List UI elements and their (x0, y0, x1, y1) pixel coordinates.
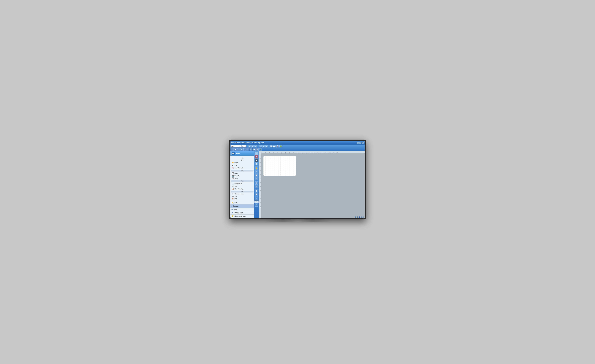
italic-button[interactable]: I (251, 145, 254, 147)
pencil-tool-button[interactable]: ✒ (234, 148, 237, 151)
log-out-item[interactable]: Log Out (231, 195, 254, 197)
grid-cell (281, 162, 283, 164)
ruler-v-mark: 5 (259, 170, 261, 174)
tool-3[interactable]: 📄 (255, 162, 258, 165)
rect-outline-button[interactable]: □ (243, 148, 246, 151)
bold-button[interactable]: B (248, 145, 251, 147)
grid-cell (289, 174, 291, 176)
page-setup-item[interactable]: 📄 Page Setup (231, 182, 254, 185)
canvas-area[interactable]: // Will be rendered below (261, 153, 365, 218)
tool-5[interactable]: ✂ (255, 170, 258, 173)
tool-4[interactable]: 🖐 (255, 166, 258, 170)
grid-cell (274, 168, 276, 170)
grid-cell (268, 162, 270, 164)
align-center-button[interactable]: ≡ (262, 145, 265, 147)
card-tool-button[interactable]: 🃏 (256, 148, 259, 151)
grid-cell (276, 174, 278, 176)
ruler-mark: 12 (305, 152, 309, 153)
grid-cell (268, 166, 270, 168)
tool-row[interactable]: ▬ (255, 185, 258, 188)
sidebar-item-view[interactable]: 👁 View (230, 208, 254, 211)
print-item[interactable]: 🖨 Print (231, 185, 254, 187)
green-button[interactable]: 🟢 (279, 145, 282, 147)
home-icon[interactable]: 🏠 (231, 152, 235, 155)
grid-cell (276, 168, 278, 170)
align-left-button[interactable]: ≡ (259, 145, 262, 147)
sidebar-item-edit[interactable]: ✏️ Edit (230, 201, 254, 205)
grid-cell (289, 170, 291, 172)
grid-cell (272, 174, 274, 176)
tool-color-red[interactable]: ■ (255, 155, 258, 158)
user-management-item[interactable]: User Management (231, 193, 254, 195)
text-tool-button[interactable]: T (247, 148, 249, 151)
grid-cell (272, 156, 274, 158)
ruler-mark: 4 (273, 152, 277, 153)
close-menu-item[interactable]: ✖ Close (231, 164, 254, 166)
close-button[interactable]: ✕ (362, 142, 364, 144)
toolbar: Arial 12 B I U ≡ ≡ ≡ 🖼 ▮▮▮ 🃏 (230, 144, 365, 151)
ruler-vertical: 1 2 3 4 5 6 7 8 9 10 11 12 13 (259, 153, 261, 218)
ruler-mark: 20 (337, 152, 341, 153)
select-tool-button[interactable]: ↖ (231, 148, 234, 151)
status-dot-3 (359, 216, 360, 218)
insert-barcode-button[interactable]: ▮▮▮ (273, 145, 276, 147)
sidebar-item-format[interactable]: ≡ Format (230, 205, 254, 208)
sidebar-item-license-manager[interactable]: 🔑 License Manager (230, 214, 254, 218)
toolbar-separator-3 (269, 145, 269, 147)
tool-zoom-in[interactable]: 🔍 (255, 197, 258, 200)
grid-cell (263, 172, 266, 174)
sidebar-nav: ✏️ Edit ≡ Format 👁 View ⚙ (230, 201, 254, 218)
ruler-v-mark: 11 (259, 194, 261, 198)
sidebar-header-title: Home (236, 153, 240, 154)
toolbar-row-draw: ↖ ✒ ⬭ ▭ □ T 🗒 ▮▮ 🃏 ↩ (230, 148, 365, 151)
tool-table[interactable]: ▤ (255, 181, 258, 185)
tool-6[interactable]: 📋 (255, 173, 258, 177)
card-properties-item[interactable]: 🃏 Card Properties (231, 166, 254, 169)
green-action-button[interactable]: ↩ (259, 148, 262, 151)
tool-paste[interactable]: 📑 (255, 193, 258, 196)
grid-cell (287, 166, 289, 168)
grid-cell (270, 170, 272, 172)
grid-cell (281, 156, 283, 158)
grid-cell (291, 164, 293, 166)
tool-color-dark[interactable]: ■ (255, 159, 258, 162)
insert-image-button[interactable]: 🖼 (270, 145, 272, 147)
card-button[interactable]: 🃏 (276, 145, 279, 147)
sticky-button[interactable]: 🗒 (250, 148, 252, 151)
exit-item[interactable]: 🚪 Exit (231, 197, 254, 200)
font-size-select[interactable]: 12 (241, 145, 246, 147)
grid-cell (263, 170, 266, 172)
grid-cell (287, 160, 289, 162)
grid-cell (291, 170, 293, 172)
grid-cell (293, 168, 296, 170)
open-menu-item[interactable]: 📂 Open (231, 161, 254, 164)
tool-copy[interactable]: 📑 (255, 189, 258, 193)
sheet-printing-item[interactable]: 📋 Sheet Printing (231, 187, 254, 190)
tool-select[interactable]: ↖ (255, 152, 258, 155)
grid-cell (289, 156, 291, 158)
zoom-select[interactable]: 100% (254, 201, 259, 203)
save2-label: Save (234, 178, 238, 179)
grid-cell (291, 174, 293, 176)
grid-cell (278, 170, 281, 172)
rect-tool-button[interactable]: ▭ (240, 148, 243, 151)
barcode-button[interactable]: ▮▮ (253, 148, 255, 151)
open-icon: 📂 (232, 162, 234, 164)
ruler-h-marks: 1 2 3 4 5 6 7 8 9 10 11 12 13 (261, 152, 341, 153)
align-right-button[interactable]: ≡ (265, 145, 268, 147)
new-label: New (241, 159, 243, 161)
ellipse-tool-button[interactable]: ⬭ (237, 148, 240, 151)
grid-cell (263, 158, 266, 160)
sidebar-item-manage-data[interactable]: ⚙ Manage Data (230, 211, 254, 214)
underline-button[interactable]: U (255, 145, 257, 147)
new-button[interactable]: ➕ New (231, 157, 254, 161)
grid-cell (281, 158, 283, 160)
tool-7[interactable]: ⚙ (255, 177, 258, 180)
minimize-button[interactable]: − (357, 142, 359, 144)
save-item[interactable]: 💾 Save (231, 172, 254, 174)
save-as-item[interactable]: 💾 Save As (231, 174, 254, 177)
font-family-select[interactable]: Arial (231, 145, 241, 147)
restore-button[interactable]: □ (359, 142, 361, 144)
tool-zoom-out[interactable]: 🔍 (255, 203, 258, 207)
save2-item[interactable]: 💾 Save (231, 177, 254, 180)
